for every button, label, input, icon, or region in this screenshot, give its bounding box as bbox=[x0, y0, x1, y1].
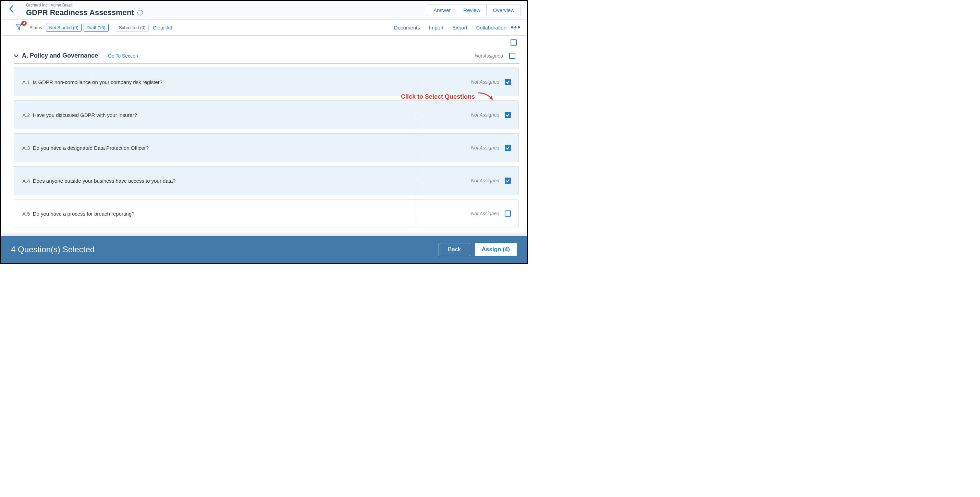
collaboration-link[interactable]: Collaboration bbox=[476, 25, 506, 30]
question-status: Not Assigned bbox=[471, 178, 499, 183]
back-button[interactable] bbox=[6, 3, 16, 15]
question-number: A.3 bbox=[22, 145, 30, 151]
documents-link[interactable]: Documents bbox=[394, 25, 420, 30]
chevron-left-icon bbox=[9, 5, 13, 13]
divider bbox=[103, 53, 103, 59]
question-status: Not Assigned bbox=[471, 112, 499, 118]
question-body: Is GDPR non-compliance on your company r… bbox=[33, 79, 163, 85]
back-button-footer[interactable]: Back bbox=[439, 243, 470, 256]
filter-pill-not-started[interactable]: Not Started (0) bbox=[46, 24, 81, 32]
question-row[interactable]: A.2 Have you discussed GDPR with your in… bbox=[14, 100, 519, 129]
question-text: A.4 Does anyone outside your business ha… bbox=[14, 178, 416, 184]
question-status: Not Assigned bbox=[471, 79, 499, 84]
question-text: A.2 Have you discussed GDPR with your in… bbox=[14, 112, 416, 118]
question-number: A.5 bbox=[22, 211, 30, 217]
section-status: Not Assigned bbox=[474, 53, 503, 59]
question-checkbox[interactable] bbox=[505, 178, 511, 184]
export-link[interactable]: Export bbox=[452, 25, 467, 30]
question-row[interactable]: A.3 Do you have a designated Data Protec… bbox=[14, 133, 519, 162]
question-checkbox[interactable] bbox=[505, 112, 511, 118]
chevron-down-icon[interactable] bbox=[14, 54, 19, 58]
annotation-callout: Click to Select Questions bbox=[401, 91, 496, 103]
filter-pill-draft[interactable]: Draft (16) bbox=[84, 24, 109, 32]
section-checkbox[interactable] bbox=[509, 53, 515, 59]
question-text: A.3 Do you have a designated Data Protec… bbox=[14, 145, 416, 151]
page-title: GDPR Readiness Assessment bbox=[26, 8, 134, 17]
filter-button[interactable]: 4 bbox=[15, 23, 24, 32]
filter-pill-submitted[interactable]: Submitted (0) bbox=[116, 24, 149, 32]
import-link[interactable]: Import bbox=[429, 25, 444, 30]
assign-button[interactable]: Assign (4) bbox=[475, 243, 517, 256]
question-row[interactable]: A.5 Do you have a process for breach rep… bbox=[14, 199, 519, 228]
question-checkbox[interactable] bbox=[505, 210, 511, 217]
selection-count: 4 Question(s) Selected bbox=[11, 245, 95, 254]
question-body: Does anyone outside your business have a… bbox=[33, 178, 176, 184]
question-row[interactable]: A.4 Does anyone outside your business ha… bbox=[14, 166, 519, 195]
question-text: A.5 Do you have a process for breach rep… bbox=[14, 211, 416, 217]
tab-overview[interactable]: Overview bbox=[486, 4, 521, 16]
question-body: Have you discussed GDPR with your insure… bbox=[33, 112, 137, 118]
tab-answer[interactable]: Answer bbox=[427, 4, 457, 16]
question-body: Do you have a designated Data Protection… bbox=[33, 145, 149, 151]
question-text: A.1 Is GDPR non-compliance on your compa… bbox=[14, 79, 416, 85]
more-menu-button[interactable]: ••• bbox=[511, 23, 521, 32]
question-status: Not Assigned bbox=[471, 145, 499, 150]
question-status: Not Assigned bbox=[471, 211, 499, 216]
arrow-icon bbox=[477, 91, 496, 103]
question-checkbox[interactable] bbox=[505, 145, 511, 151]
question-checkbox[interactable] bbox=[505, 79, 511, 85]
question-number: A.4 bbox=[22, 178, 30, 184]
info-icon[interactable]: i bbox=[137, 10, 143, 16]
section-title: A. Policy and Governance bbox=[22, 52, 98, 59]
annotation-text: Click to Select Questions bbox=[401, 93, 475, 100]
question-body: Do you have a process for breach reporti… bbox=[33, 211, 135, 217]
question-number: A.2 bbox=[22, 112, 30, 118]
goto-section-link[interactable]: Go To Section bbox=[108, 53, 138, 59]
breadcrumb: Orchard Inc | Acme Brazil bbox=[26, 3, 143, 8]
question-number: A.1 bbox=[22, 79, 30, 85]
select-all-checkbox[interactable] bbox=[511, 40, 517, 46]
tab-review[interactable]: Review bbox=[457, 4, 487, 16]
filter-badge: 4 bbox=[21, 21, 27, 26]
clear-all-link[interactable]: Clear All bbox=[153, 25, 172, 30]
status-label: Status: bbox=[29, 25, 43, 30]
